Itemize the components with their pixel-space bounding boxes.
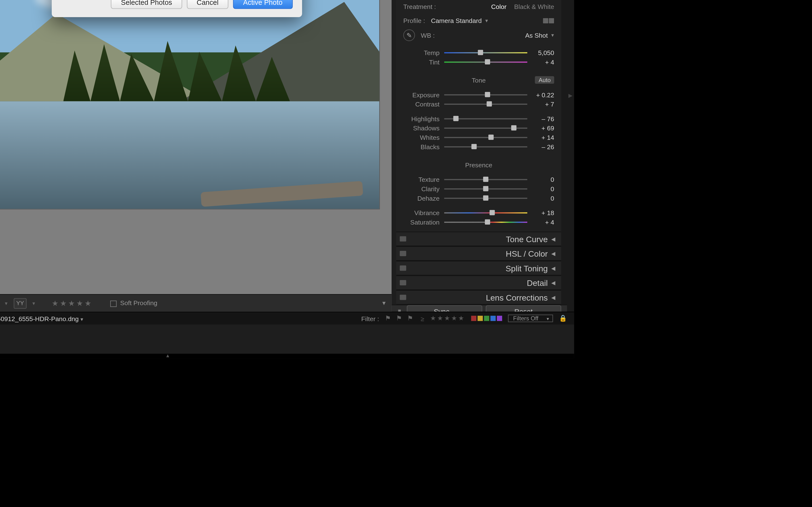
chevron-updown-icon: ▾ [485,17,488,23]
texture-value: 0 [532,176,554,183]
clarity-slider-row: Clarity 0 [403,185,554,192]
blacks-value: – 26 [532,144,554,151]
disclosure-left-icon: ◀ [551,250,555,257]
clarity-slider[interactable] [444,187,527,191]
shadows-slider[interactable] [444,126,527,130]
center-area: ▭ BA ▾ YY ▾ ★★★★★ Soft Proofing ▾ Lr Cle… [0,0,392,312]
panel-header-tone-curve[interactable]: Tone Curve ◀ [396,231,561,246]
saturation-slider-row: Saturation + 4 [403,219,554,226]
dehaze-slider[interactable] [444,196,527,201]
chevron-updown-icon: ▾ [551,32,554,38]
main-photo[interactable] [0,0,379,209]
center-toolbar: ▭ BA ▾ YY ▾ ★★★★★ Soft Proofing ▾ [0,294,392,312]
tint-value: + 4 [532,59,554,66]
treatment-color[interactable]: Color [491,3,507,10]
right-panel-toggle[interactable]: ▶ [567,0,574,312]
disclosure-left-icon: ◀ [551,236,555,242]
filmstrip[interactable] [0,325,574,354]
profile-browser-icon[interactable]: ▦▦ [543,17,554,24]
wb-preset[interactable]: As Shot [525,32,548,39]
secondary-info-bar: 1 2 ▦ ▭ ◀ ▶ Quick Collection | 5 photos … [0,312,574,325]
blacks-slider[interactable] [444,145,527,149]
treatment-bw[interactable]: Black & White [514,3,554,10]
color-swatch[interactable] [471,316,476,321]
filter-preset-dropdown[interactable]: Filters Off▾ [508,315,553,322]
dehaze-slider-row: Dehaze 0 [403,195,554,202]
cursor-icon: ↖ [166,0,172,2]
rating-stars[interactable]: ★★★★★ [52,299,93,307]
panel-switches-strip [392,0,396,305]
dehaze-value: 0 [532,195,554,202]
shadows-slider-row: Shadows + 69 [403,125,554,131]
blacks-slider-row: Blacks – 26 [403,144,554,151]
color-swatch[interactable] [490,316,496,321]
clarity-value: 0 [532,185,554,192]
panel-header-detail[interactable]: Detail ◀ [396,276,561,290]
panel-header-lens-corrections[interactable]: Lens Corrections ◀ [396,290,561,305]
highlights-slider[interactable] [444,116,527,121]
saturation-value: + 4 [532,219,554,226]
color-swatch[interactable] [477,316,483,321]
treatment-row: Treatment : Color Black & White [396,0,561,13]
shadows-value: + 69 [532,125,554,131]
filter-flags[interactable]: ⚑ ⚑ ⚑ [385,315,415,322]
soft-proofing-toggle[interactable]: Soft Proofing [110,299,157,306]
temp-value: 5,050 [532,49,554,56]
disclosure-left-icon: ◀ [551,265,555,271]
before-after-tb-button[interactable]: YY [14,298,27,308]
profile-row[interactable]: Profile : Camera Standard ▾ ▦▦ [396,13,561,27]
filter-lock-icon[interactable]: 🔒 [559,315,567,322]
exposure-slider[interactable] [444,93,527,97]
eyedropper-icon[interactable]: ✎ [403,30,415,41]
active-photo-button[interactable]: Active Photo [233,0,292,9]
app-window: ▾ Lr Syncing 2,392 photos Rob Sylvan Lib… [0,0,574,358]
panel-header-split-toning[interactable]: Split Toning ◀ [396,261,561,276]
texture-slider[interactable] [444,177,527,182]
clear-history-dialog: Lr Clear History Clear history from the … [51,0,302,17]
panel-switch-icon[interactable] [400,295,406,300]
panel-switch-icon[interactable] [400,280,406,285]
vibrance-slider-row: Vibrance + 18 [403,209,554,216]
whites-slider-row: Whites + 14 [403,134,554,141]
exposure-slider-row: Exposure + 0.22 [403,91,554,98]
highlights-value: – 76 [532,115,554,122]
vibrance-value: + 18 [532,209,554,216]
texture-slider-row: Texture 0 [403,176,554,183]
exposure-value: + 0.22 [532,91,554,98]
vibrance-slider[interactable] [444,211,527,215]
highlights-slider-row: Highlights – 76 [403,115,554,122]
disclosure-left-icon: ◀ [551,294,555,300]
contrast-slider-row: Contrast + 7 [403,101,554,108]
filter-rating[interactable]: ★★★★★ [430,315,465,322]
right-scrollbar[interactable] [561,0,567,305]
color-swatch[interactable] [497,316,502,321]
saturation-slider[interactable] [444,220,527,225]
panel-switch-icon[interactable] [400,251,406,256]
whites-slider[interactable] [444,135,527,140]
color-swatch[interactable] [484,316,489,321]
tint-slider-row: Tint + 4 [403,59,554,66]
panel-handle-bottom-icon[interactable]: ▴ [0,354,574,358]
tint-slider[interactable] [444,60,527,64]
disclosure-left-icon: ◀ [551,280,555,286]
contrast-value: + 7 [532,101,554,108]
contrast-slider[interactable] [444,102,527,107]
panel-switch-icon[interactable] [400,236,406,242]
temp-slider[interactable] [444,50,527,55]
selection-count: 5 photos / 5 selected / 20150912_6555-HD… [0,315,83,322]
filter-color-labels[interactable] [471,316,502,321]
toolbar-menu-icon[interactable]: ▾ [382,299,386,307]
whites-value: + 14 [532,134,554,141]
right-panel-group: Histogram ▼ ISO 100 [392,0,567,312]
panel-header-hsl-color[interactable]: HSL / Color ◀ [396,246,561,261]
auto-tone-button[interactable]: Auto [535,76,554,83]
temp-slider-row: Temp 5,050 [403,49,554,56]
panel-switch-icon[interactable] [400,266,406,271]
cancel-button[interactable]: Cancel [187,0,229,9]
